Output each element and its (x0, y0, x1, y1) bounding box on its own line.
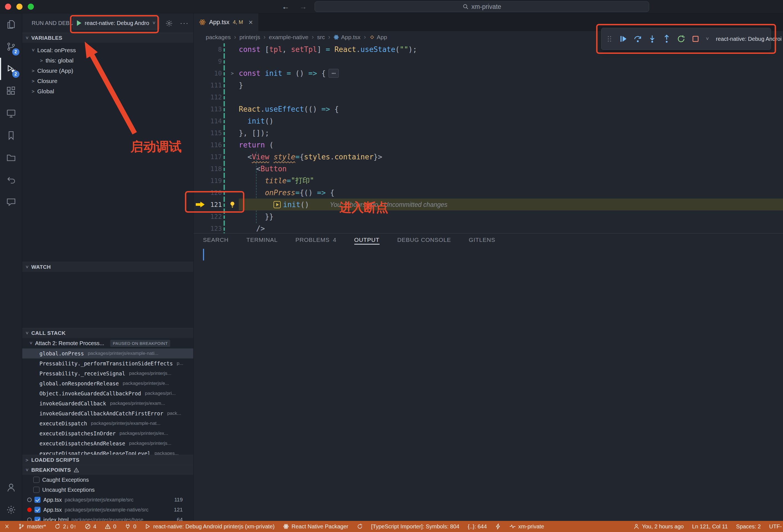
stop-button[interactable] (691, 35, 700, 43)
watch-section-header[interactable]: > WATCH (22, 262, 193, 272)
restart-button[interactable] (677, 35, 685, 43)
breakpoint-gutter[interactable] (193, 198, 207, 211)
line-number[interactable]: 8 (207, 46, 223, 53)
code-line[interactable]: 119 title="打印" (193, 175, 783, 187)
breakpoint-gutter[interactable] (193, 43, 207, 55)
breakpoint-gutter[interactable] (193, 91, 207, 103)
variables-section-header[interactable]: > VARIABLES (22, 33, 193, 43)
code-line[interactable]: 9 (193, 55, 783, 67)
toolbar-debug-config[interactable]: react-native: Debug Androi > (716, 36, 783, 42)
breadcrumb-item[interactable]: App.tsx (334, 34, 361, 40)
debug-config-dropdown[interactable]: react-native: Debug Andro > (73, 17, 160, 29)
close-tab-icon[interactable]: × (249, 18, 253, 27)
panel-tab-search[interactable]: SEARCH (203, 233, 228, 246)
panel-tab-output[interactable]: OUTPUT (354, 233, 380, 246)
breakpoint-gutter[interactable] (193, 222, 207, 233)
call-stack-frame[interactable]: Pressability._receiveSignalpackages/prin… (22, 369, 193, 378)
activity-project-manager[interactable] (0, 147, 22, 169)
variable-row[interactable]: >Global (22, 86, 193, 96)
encoding-status[interactable]: UTF-8 (769, 523, 782, 530)
breakpoint-row[interactable]: index.htmlpackages/printer/examples/base… (22, 515, 193, 521)
code-line[interactable]: 120 onPress={() => { (193, 187, 783, 198)
activity-settings[interactable] (0, 499, 22, 521)
code-line[interactable]: 115}, []); (193, 127, 783, 139)
start-debug-icon[interactable] (77, 20, 81, 26)
line-number[interactable]: 9 (207, 58, 223, 65)
line-number[interactable]: 119 (207, 177, 223, 184)
folded-code-badge[interactable]: ⋯ (328, 69, 339, 78)
exception-breakpoint-row[interactable]: Uncaught Exceptions (22, 485, 193, 495)
exception-breakpoint-row[interactable]: Caught Exceptions (22, 475, 193, 485)
breadcrumb-item[interactable]: App (369, 34, 387, 40)
call-stack-frame[interactable]: executeDispatchesAndReleasepackages/prin… (22, 438, 193, 448)
code-line[interactable]: 117 <View style={styles.container}> (193, 151, 783, 163)
maximize-window-button[interactable] (28, 4, 34, 10)
call-stack-frame[interactable]: global.onResponderReleasepackages/printe… (22, 378, 193, 388)
activity-comments[interactable] (0, 191, 22, 213)
step-into-button[interactable] (648, 35, 656, 43)
code-line[interactable]: 118 <Button (193, 163, 783, 175)
breakpoint-gutter[interactable] (193, 139, 207, 151)
line-number[interactable]: 116 (207, 141, 223, 149)
activity-history[interactable] (0, 169, 22, 191)
code-line[interactable]: 122 }} (193, 211, 783, 222)
breakpoints-section-header[interactable]: > BREAKPOINTS (22, 465, 193, 475)
debug-session-status[interactable]: react-native: Debug Android printerjs (x… (145, 523, 275, 530)
code-line[interactable]: 123 /> (193, 222, 783, 233)
command-center-search[interactable]: xm-private (315, 1, 649, 12)
step-out-button[interactable] (662, 35, 671, 43)
activity-accounts[interactable] (0, 476, 22, 499)
panel-tab-debug-console[interactable]: DEBUG CONSOLE (397, 233, 451, 246)
call-stack-frame[interactable]: Object.invokeGuardedCallbackProdpackages… (22, 388, 193, 399)
call-stack-frame[interactable]: Pressability._performTransitionSideEffec… (22, 358, 193, 369)
remote-indicator[interactable] (4, 523, 10, 530)
breakpoint-gutter[interactable] (193, 151, 207, 163)
warnings-status[interactable]: 0 (105, 523, 116, 530)
breadcrumb-item[interactable]: src (317, 34, 325, 40)
zap-status[interactable] (495, 523, 501, 530)
call-stack-frame[interactable]: invokeGuardedCallbackAndCatchFirstErrorp… (22, 408, 193, 418)
checkbox[interactable] (33, 477, 39, 483)
variable-row[interactable]: >Closure (App) (22, 65, 193, 76)
line-number[interactable]: 111 (207, 82, 223, 89)
call-stack-section-header[interactable]: > CALL STACK (22, 328, 193, 338)
call-stack-frame[interactable]: invokeGuardedCallbackpackages/printerjs/… (22, 399, 193, 408)
panel-tab-terminal[interactable]: TERMINAL (246, 233, 278, 246)
breakpoint-gutter[interactable] (193, 127, 207, 139)
line-number[interactable]: 118 (207, 165, 223, 173)
tab-app-tsx[interactable]: App.tsx 4, M × (193, 13, 259, 31)
navigate-forward-button[interactable]: → (299, 2, 307, 11)
lightbulb-icon[interactable] (229, 201, 236, 208)
line-number[interactable]: 120 (207, 189, 223, 196)
activity-remote-explorer[interactable] (0, 102, 22, 124)
line-number[interactable]: 115 (207, 129, 223, 136)
line-number[interactable]: 123 (207, 225, 223, 232)
debug-settings-gear-icon[interactable] (165, 20, 173, 27)
breakpoint-row[interactable]: App.tsxpackages/printerjs/example-native… (22, 505, 193, 515)
checkbox[interactable] (34, 517, 40, 521)
typescript-importer-status[interactable]: [TypeScript Importer]: Symbols: 804 (371, 523, 460, 530)
code-line[interactable]: 114 init() (193, 115, 783, 127)
activity-source-control[interactable]: 2 (0, 35, 22, 58)
breakpoint-gutter[interactable] (193, 115, 207, 127)
call-stack-frame[interactable]: global.onPresspackages/printerjs/example… (22, 348, 193, 358)
breakpoint-gutter[interactable] (193, 103, 207, 115)
variable-row[interactable]: >Closure (22, 76, 193, 86)
react-native-packager-status[interactable]: React Native Packager (283, 523, 348, 530)
panel-tab-gitlens[interactable]: GITLENS (469, 233, 495, 246)
git-blame-status[interactable]: You, 2 hours ago (633, 523, 684, 530)
activity-extensions[interactable] (0, 80, 22, 102)
git-branch-status[interactable]: master* (18, 523, 46, 530)
chevron-down-icon[interactable]: > (705, 37, 710, 40)
activity-bookmarks[interactable] (0, 124, 22, 147)
code-line[interactable]: 112 (193, 91, 783, 103)
code-line[interactable]: 10>const init = () => {⋯ (193, 67, 783, 79)
close-window-button[interactable] (5, 4, 11, 10)
variable-row[interactable]: >Local: onPress (22, 45, 193, 55)
code-editor[interactable]: 8const [tpl, setTpl] = React.useState(""… (193, 43, 783, 233)
output-panel[interactable] (193, 246, 783, 521)
breakpoint-row[interactable]: App.tsxpackages/printerjs/example/src119 (22, 495, 193, 505)
breakpoint-gutter[interactable] (193, 187, 207, 198)
breakpoint-gutter[interactable] (193, 175, 207, 187)
call-stack-frame[interactable]: executeDispatchesAndReleaseTopLevelpacka… (22, 448, 193, 455)
